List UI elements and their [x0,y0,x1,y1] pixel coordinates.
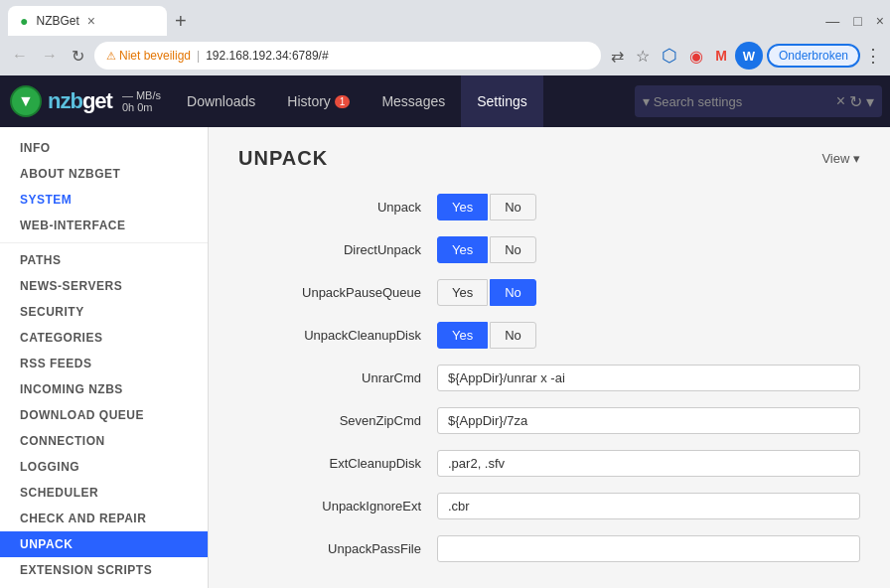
seven-zip-cmd-row: SevenZipCmd [238,407,860,434]
tab-settings[interactable]: Settings [461,75,543,127]
sidebar-item-download-queue[interactable]: DOWNLOAD QUEUE [0,402,208,428]
url-text: 192.168.192.34:6789/# [206,49,328,63]
sidebar-item-scheduler[interactable]: SCHEDULER [0,480,208,506]
unpack-pass-file-control [437,535,860,562]
tab-settings-label: Settings [477,93,527,109]
unpack-ignore-ext-input[interactable] [437,493,860,519]
sidebar-item-news-servers[interactable]: NEWS-SERVERS [0,273,208,299]
tab-history[interactable]: History 1 [271,75,366,127]
unpack-pass-file-label: UnpackPassFile [238,541,437,556]
seven-zip-cmd-control [437,407,860,434]
ext-cleanup-disk-control [437,450,860,477]
forward-button[interactable]: → [38,45,62,67]
sidebar-item-info[interactable]: INFO [0,135,208,161]
unpack-pause-queue-no-button[interactable]: No [490,279,536,306]
tab-title: NZBGet [36,14,78,28]
main-nav: Downloads History 1 Messages Settings [171,75,627,127]
search-icon: ▾ [643,93,650,109]
unpack-pass-file-row: UnpackPassFile [238,535,860,562]
unpack-pass-file-input[interactable] [437,535,860,562]
logo-icon: ▼ [10,85,42,117]
settings-search[interactable]: ▾ × ↻ ▾ [635,85,882,117]
bookmark-button[interactable]: ☆ [632,45,654,68]
sidebar-item-check-repair[interactable]: CHECK AND REPAIR [0,506,208,531]
tab-history-label: History [287,93,331,109]
sidebar-item-incoming-nzbs[interactable]: INCOMING NZBS [0,376,208,402]
new-tab-button[interactable]: + [167,10,195,33]
ext-cleanup-disk-label: ExtCleanupDisk [238,456,437,471]
window-minimize-button[interactable]: — [819,11,845,31]
security-warning: ⚠ Niet beveiligd [106,49,191,63]
seven-zip-cmd-input[interactable] [437,407,860,434]
unpack-ignore-ext-row: UnpackIgnoreExt [238,493,860,519]
sidebar-item-extension-scripts[interactable]: EXTENSION SCRIPTS [0,557,208,583]
direct-unpack-no-button[interactable]: No [490,236,536,263]
url-separator: | [197,49,200,63]
unpack-ignore-ext-label: UnpackIgnoreExt [238,499,437,514]
extension1-button[interactable]: ⬡ [658,43,681,69]
refresh-button[interactable]: ↻ [68,45,88,68]
back-button[interactable]: ← [8,45,32,67]
search-refresh-icon[interactable]: ↻ [849,92,862,111]
profile-button[interactable]: W [735,42,763,70]
unpack-pause-queue-control: Yes No [437,279,860,306]
window-close-button[interactable]: × [870,11,890,31]
unrar-cmd-input[interactable] [437,365,860,391]
unpack-pause-queue-yes-button[interactable]: Yes [437,279,488,306]
sidebar-item-categories[interactable]: CATEGORIES [0,325,208,351]
unpack-pause-queue-label: UnpackPauseQueue [238,285,437,300]
address-bar[interactable]: ⚠ Niet beveiligd | 192.168.192.34:6789/# [94,42,601,70]
tab-downloads-label: Downloads [187,93,255,109]
sidebar-item-security[interactable]: SECURITY [0,299,208,325]
tab-messages[interactable]: Messages [366,75,461,127]
history-badge: 1 [335,95,351,108]
sidebar-item-logging[interactable]: LOGGING [0,454,208,480]
unpack-cleanup-disk-no-button[interactable]: No [490,322,536,349]
app-logo: ▼ nzbget — MB/s 0h 0m [0,85,171,117]
seven-zip-cmd-label: SevenZipCmd [238,413,437,428]
browser-tab[interactable]: ● NZBGet × [8,6,167,36]
sidebar-item-rss-feeds[interactable]: RSS FEEDS [0,351,208,376]
sidebar-divider-1 [0,242,208,243]
unrar-cmd-label: UnrarCmd [238,370,437,385]
unpack-pause-queue-toggle-group: Yes No [437,279,860,306]
sidebar-item-system[interactable]: SYSTEM [0,187,208,213]
content-header: UNPACK View ▾ [238,147,860,170]
tab-close-button[interactable]: × [87,13,95,29]
search-input[interactable] [654,94,832,109]
tab-downloads[interactable]: Downloads [171,75,271,127]
page-title: UNPACK [238,147,328,170]
unpack-no-button[interactable]: No [490,194,536,220]
ext-cleanup-disk-row: ExtCleanupDisk [238,450,860,477]
sidebar-item-webinterface[interactable]: WEB-INTERFACE [0,213,208,238]
ext-cleanup-disk-input[interactable] [437,450,860,477]
unpack-ignore-ext-control [437,493,860,519]
sidebar-item-connection[interactable]: CONNECTION [0,428,208,454]
unpack-toggle-group: Yes No [437,194,860,220]
sidebar: INFO ABOUT NZBGET SYSTEM WEB-INTERFACE P… [0,127,209,588]
search-clear-icon[interactable]: × [836,92,845,110]
gmail-button[interactable]: M [711,46,731,66]
direct-unpack-label: DirectUnpack [238,242,437,257]
main-layout: INFO ABOUT NZBGET SYSTEM WEB-INTERFACE P… [0,127,890,588]
sidebar-item-about[interactable]: ABOUT NZBGET [0,161,208,187]
security-label: Niet beveiligd [119,49,191,63]
sidebar-item-paths[interactable]: PATHS [0,247,208,273]
direct-unpack-control: Yes No [437,236,860,263]
extension2-button[interactable]: ◉ [685,45,707,68]
sidebar-item-unpack[interactable]: UNPACK [0,531,208,557]
direct-unpack-yes-button[interactable]: Yes [437,236,488,263]
app-header: ▼ nzbget — MB/s 0h 0m Downloads History … [0,75,890,127]
view-button[interactable]: View ▾ [821,151,860,166]
unpack-yes-button[interactable]: Yes [437,194,488,220]
time-display: 0h 0m [122,101,161,113]
warning-icon: ⚠ [106,50,116,63]
window-maximize-button[interactable]: □ [847,11,867,31]
more-options-button[interactable]: ⋮ [864,45,882,67]
unpack-cleanup-disk-yes-button[interactable]: Yes [437,322,488,349]
translate-button[interactable]: ⇄ [607,45,628,68]
search-menu-icon[interactable]: ▾ [866,92,874,111]
unpack-control: Yes No [437,194,860,220]
sync-status-button[interactable]: Onderbroken [767,44,860,68]
unpack-cleanup-disk-toggle-group: Yes No [437,322,860,349]
